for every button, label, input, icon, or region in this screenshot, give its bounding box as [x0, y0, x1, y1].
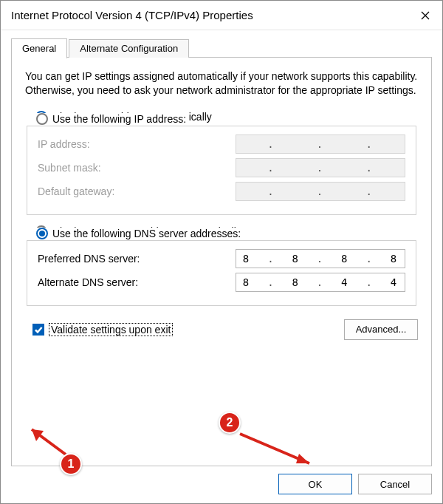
radio-icon	[36, 113, 48, 125]
annotation-badge-2: 2	[219, 412, 241, 434]
alternate-dns-input[interactable]: 8.8.4.4	[236, 273, 405, 292]
default-gateway-input: ...	[236, 182, 405, 201]
svg-marker-3	[296, 454, 309, 463]
radio-icon	[36, 228, 48, 239]
advanced-button[interactable]: Advanced...	[344, 319, 418, 340]
ip-address-group: Use the following IP address: IP address…	[27, 126, 416, 215]
close-button[interactable]	[408, 1, 442, 30]
close-icon	[421, 11, 430, 20]
tab-general[interactable]: General	[11, 38, 67, 58]
radio-use-following-ip[interactable]: Use the following IP address:	[33, 113, 189, 125]
radio-label: Use the following IP address:	[52, 113, 186, 125]
dns-server-group: Use the following DNS server addresses: …	[27, 240, 416, 306]
annotation-arrow-2	[236, 429, 324, 474]
dialog-body: General Alternate Configuration You can …	[1, 30, 442, 503]
subnet-mask-input: ...	[236, 158, 405, 177]
radio-use-following-dns[interactable]: Use the following DNS server addresses:	[33, 228, 244, 239]
description-text: You can get IP settings assigned automat…	[25, 69, 418, 98]
tab-alternate[interactable]: Alternate Configuration	[69, 39, 189, 58]
alternate-dns-label: Alternate DNS server:	[38, 276, 236, 288]
preferred-dns-label: Preferred DNS server:	[38, 253, 236, 265]
titlebar: Internet Protocol Version 4 (TCP/IPv4) P…	[1, 1, 442, 30]
annotation-badge-1: 1	[60, 453, 82, 475]
default-gateway-label: Default gateway:	[38, 185, 236, 197]
ok-button[interactable]: OK	[278, 474, 352, 494]
preferred-dns-input[interactable]: 8.8.8.8	[236, 249, 405, 268]
radio-label: Use the following DNS server addresses:	[52, 228, 241, 239]
window-title: Internet Protocol Version 4 (TCP/IPv4) P…	[11, 9, 253, 21]
tab-panel-general: You can get IP settings assigned automat…	[11, 57, 432, 466]
ip-address-input: ...	[236, 134, 405, 154]
validate-settings-checkbox[interactable]: Validate settings upon exit	[32, 323, 173, 336]
ip-address-label: IP address:	[38, 138, 236, 150]
tabstrip: General Alternate Configuration	[11, 38, 432, 58]
validate-settings-label: Validate settings upon exit	[49, 323, 173, 336]
cancel-button[interactable]: Cancel	[358, 474, 432, 494]
checkbox-icon	[32, 324, 44, 336]
properties-dialog: Internet Protocol Version 4 (TCP/IPv4) P…	[0, 0, 443, 504]
subnet-mask-label: Subnet mask:	[38, 162, 236, 174]
